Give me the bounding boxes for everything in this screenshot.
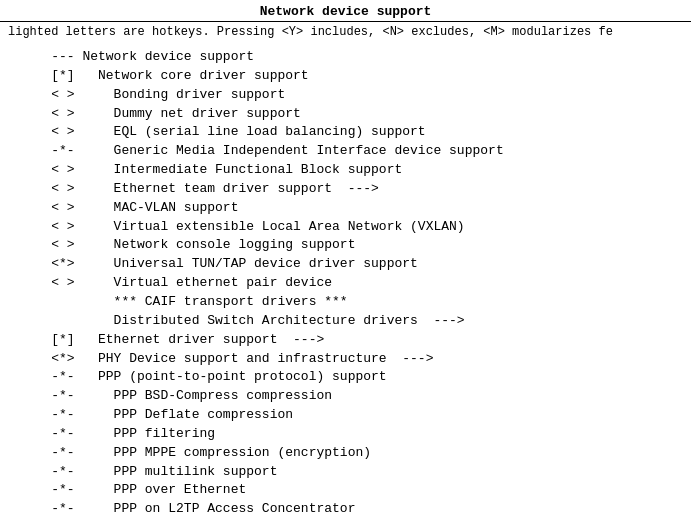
menu-line[interactable]: -*- PPP over Ethernet <box>20 481 691 500</box>
menu-line[interactable]: < > Virtual ethernet pair device <box>20 274 691 293</box>
menu-line[interactable]: Distributed Switch Architecture drivers … <box>20 312 691 331</box>
menu-line[interactable]: < > MAC-VLAN support <box>20 199 691 218</box>
menu-line[interactable]: < > Intermediate Functional Block suppor… <box>20 161 691 180</box>
menu-line[interactable]: < > Bonding driver support <box>20 86 691 105</box>
menu-line[interactable]: -*- PPP (point-to-point protocol) suppor… <box>20 368 691 387</box>
menu-line[interactable]: -*- PPP filtering <box>20 425 691 444</box>
menu-line[interactable]: --- Network device support <box>20 48 691 67</box>
menu-line[interactable]: < > Network console logging support <box>20 236 691 255</box>
menu-line[interactable]: < > Dummy net driver support <box>20 105 691 124</box>
menu-line[interactable]: -*- Generic Media Independent Interface … <box>20 142 691 161</box>
menu-line[interactable]: [*] Network core driver support <box>20 67 691 86</box>
menu-line[interactable]: -*- PPP Deflate compression <box>20 406 691 425</box>
menu-line[interactable]: <*> PHY Device support and infrastructur… <box>20 350 691 369</box>
menu-line[interactable]: -*- PPP on L2TP Access Concentrator <box>20 500 691 518</box>
menu-line[interactable]: < > Ethernet team driver support ---> <box>20 180 691 199</box>
menu-line[interactable]: < > Virtual extensible Local Area Networ… <box>20 218 691 237</box>
header-title: Network device support <box>260 4 432 19</box>
menu-line[interactable]: <*> Universal TUN/TAP device driver supp… <box>20 255 691 274</box>
header-subtitle: lighted letters are hotkeys. Pressing <Y… <box>0 22 691 42</box>
menu-line[interactable]: *** CAIF transport drivers *** <box>20 293 691 312</box>
header-bar: Network device support <box>0 0 691 22</box>
menu-line[interactable]: -*- PPP multilink support <box>20 463 691 482</box>
menu-line[interactable]: < > EQL (serial line load balancing) sup… <box>20 123 691 142</box>
content-area: --- Network device support [*] Network c… <box>0 42 691 518</box>
menu-line[interactable]: [*] Ethernet driver support ---> <box>20 331 691 350</box>
menu-line[interactable]: -*- PPP BSD-Compress compression <box>20 387 691 406</box>
menu-line[interactable]: -*- PPP MPPE compression (encryption) <box>20 444 691 463</box>
